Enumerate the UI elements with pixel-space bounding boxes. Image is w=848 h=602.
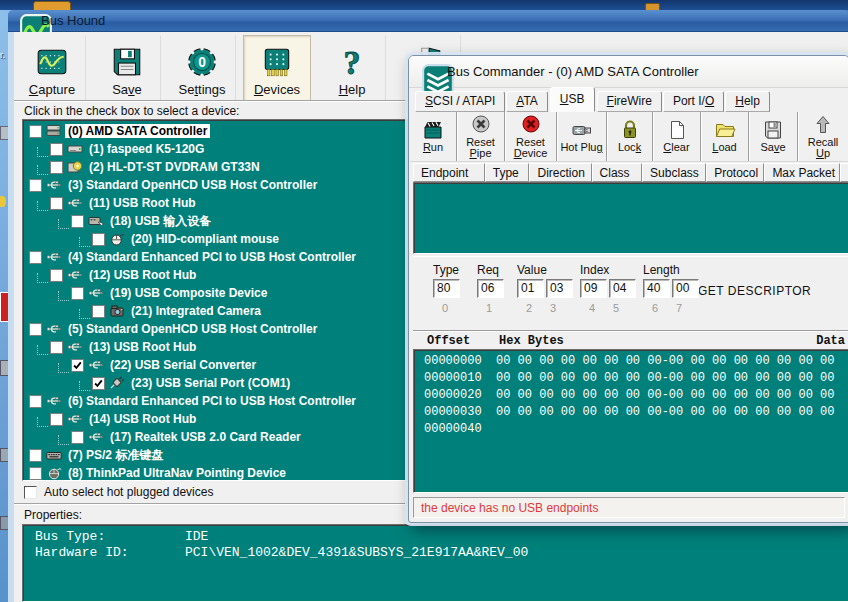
endpoint-column-subclass[interactable]: Subclass (642, 163, 706, 182)
setup-value-input[interactable]: 01 (517, 279, 544, 298)
cmd-recall-up-button[interactable]: Recall Up (798, 112, 848, 161)
device-checkbox[interactable] (29, 323, 42, 336)
cmd-load-button[interactable]: Load (701, 112, 749, 161)
device-checkbox[interactable] (29, 449, 42, 462)
hex-dump[interactable]: 00000000 00 00 00 00 00 00 00 00-00 00 0… (413, 349, 848, 493)
dial-icon: 0 (185, 45, 219, 79)
cmd-save-button[interactable]: Save (749, 112, 798, 161)
setup-value-input[interactable]: 09 (580, 279, 607, 298)
tree-connector (37, 417, 48, 427)
setup-value-input[interactable]: 03 (546, 279, 573, 298)
tree-item-label[interactable]: (14) USB Root Hub (86, 412, 199, 426)
input-device-icon (88, 214, 104, 228)
tab-help[interactable]: Help (725, 91, 770, 112)
tree-item-label[interactable]: (3) Standard OpenHCD USB Host Controller (65, 178, 320, 192)
tab-ata[interactable]: ATA (506, 91, 548, 112)
setup-value-input[interactable]: 80 (433, 279, 460, 298)
device-checkbox[interactable] (71, 431, 84, 444)
hex-data-header: Data (816, 334, 845, 348)
tree-item-label[interactable]: (5) Standard OpenHCD USB Host Controller (65, 322, 320, 336)
cmd-hot-plug-button[interactable]: Hot Plug (557, 112, 607, 161)
tree-item-label[interactable]: (20) HID-compliant mouse (128, 232, 282, 246)
property-row: Bus Type:IDE (35, 529, 848, 545)
tree-item-label[interactable]: (4) Standard Enhanced PCI to USB Host Co… (65, 250, 359, 264)
tree-item-label[interactable]: (1) faspeed K5-120G (86, 142, 207, 156)
tree-item-label[interactable]: (12) USB Root Hub (86, 268, 199, 282)
endpoint-list (413, 182, 848, 254)
dialog-titlebar[interactable]: Bus Commander - (0) AMD SATA Controller (409, 56, 848, 88)
setup-field-boxes: 0103 (517, 279, 575, 298)
endpoint-column-type[interactable]: Type (485, 163, 530, 182)
tree-item-label[interactable]: (6) Standard Enhanced PCI to USB Host Co… (65, 394, 359, 408)
device-checkbox[interactable] (29, 179, 42, 192)
toolbar-help-button[interactable]: ?Help (318, 35, 386, 101)
device-checkbox[interactable] (92, 377, 105, 390)
byte-index: 0 (433, 302, 457, 314)
tree-item-label[interactable]: (21) Integrated Camera (128, 304, 264, 318)
device-checkbox[interactable] (50, 143, 63, 156)
tree-item-label[interactable]: (2) HL-DT-ST DVDRAM GT33N (86, 160, 263, 174)
tree-item-label[interactable]: (7) PS/2 标准键盘 (65, 447, 166, 464)
device-checkbox[interactable] (50, 197, 63, 210)
cmd-reset-pipe-button[interactable]: Reset Pipe (457, 112, 505, 161)
device-checkbox[interactable] (29, 251, 42, 264)
floppy-teal-icon (110, 45, 144, 79)
tab-port-i-o[interactable]: Port I/O (663, 91, 724, 112)
cmd-button-label: Reset Pipe (466, 137, 495, 159)
window-titlebar[interactable]: Bus Hound (8, 10, 848, 32)
tab-usb[interactable]: USB (550, 87, 595, 112)
toolbar-capture-button[interactable]: Capture (18, 35, 86, 101)
property-key: Hardware ID: (35, 545, 185, 560)
setup-field-index: Index090445 (580, 263, 638, 314)
auto-select-checkbox[interactable] (24, 486, 37, 499)
cmd-clear-button[interactable]: Clear (653, 112, 701, 161)
endpoint-column-max-packet[interactable]: Max Packet (764, 163, 840, 182)
tab-scsi-atapi[interactable]: SCSI / ATAPI (415, 91, 505, 112)
device-checkbox[interactable] (92, 233, 105, 246)
device-checkbox[interactable] (71, 359, 84, 372)
device-checkbox[interactable] (29, 125, 42, 138)
device-checkbox[interactable] (92, 305, 105, 318)
device-checkbox[interactable] (50, 341, 63, 354)
cmd-reset-device-button[interactable]: Reset Device (505, 112, 557, 161)
setup-value-input[interactable]: 00 (672, 279, 699, 298)
cmd-lock-button[interactable]: Lock (607, 112, 653, 161)
cmd-run-button[interactable]: Run (410, 112, 457, 161)
device-checkbox[interactable] (50, 161, 63, 174)
tree-item-label[interactable]: (23) USB Serial Port (COM1) (128, 376, 293, 390)
device-checkbox[interactable] (71, 215, 84, 228)
tree-connector (37, 201, 48, 211)
tree-item-label[interactable]: (22) USB Serial Converter (107, 358, 259, 372)
setup-value-input[interactable]: 06 (477, 279, 504, 298)
toolbar-settings-button[interactable]: 0Settings (168, 35, 236, 101)
dialog-tabs: SCSI / ATAPIATAUSBFireWirePort I/OHelp (415, 89, 848, 113)
tree-item-label[interactable]: (8) ThinkPad UltraNav Pointing Device (65, 466, 289, 480)
tab-firewire[interactable]: FireWire (597, 91, 662, 112)
endpoint-column-endpoint[interactable]: Endpoint (413, 163, 485, 182)
tree-item-label[interactable]: (11) USB Root Hub (86, 196, 199, 210)
tree-item-label[interactable]: (19) USB Composite Device (107, 286, 270, 300)
usb-icon (67, 268, 83, 282)
device-checkbox[interactable] (71, 287, 84, 300)
disk-icon (67, 142, 83, 156)
device-checkbox[interactable] (50, 413, 63, 426)
device-checkbox[interactable] (29, 395, 42, 408)
setup-value-input[interactable]: 04 (609, 279, 636, 298)
usb-icon (46, 178, 62, 192)
desktop-icon-label: r. (0, 50, 5, 60)
endpoint-column-direction[interactable]: Direction (529, 163, 591, 182)
tree-connector (58, 363, 69, 373)
tree-item-label[interactable]: (17) Realtek USB 2.0 Card Reader (107, 430, 304, 444)
endpoint-column-protocol[interactable]: Protocol (706, 163, 764, 182)
toolbar-devices-button[interactable]: Devices (243, 35, 311, 101)
device-checkbox[interactable] (50, 269, 63, 282)
toolbar-save-button[interactable]: Save (93, 35, 161, 101)
tree-item-label[interactable]: (18) USB 输入设备 (107, 213, 214, 230)
tree-connector (37, 273, 48, 283)
bus-commander-dialog: Bus Commander - (0) AMD SATA Controller … (408, 55, 848, 523)
device-checkbox[interactable] (29, 467, 42, 480)
setup-value-input[interactable]: 40 (643, 279, 670, 298)
tree-item-label[interactable]: (0) AMD SATA Controller (65, 124, 210, 138)
tree-item-label[interactable]: (13) USB Root Hub (86, 340, 199, 354)
endpoint-column-class[interactable]: Class (592, 163, 643, 182)
